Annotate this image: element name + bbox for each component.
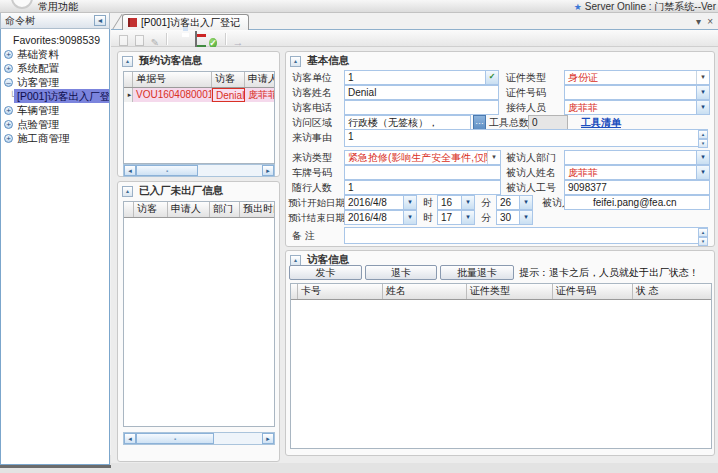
end-hour-combo[interactable]: 17▾ bbox=[437, 210, 475, 225]
scroll-right-icon[interactable]: ▸ bbox=[262, 165, 274, 176]
spinner[interactable]: ▴▾ bbox=[698, 130, 708, 146]
sidebar-item-basic-data[interactable]: + 基础资料 bbox=[1, 47, 109, 61]
remark-label: 备 注 bbox=[292, 228, 315, 243]
end-date-combo[interactable]: 2016/4/8▾ bbox=[344, 210, 417, 225]
quick-functions-label[interactable]: 常用功能 bbox=[38, 0, 78, 13]
tool-list-link[interactable]: 工具清单 bbox=[581, 115, 621, 130]
scroll-right-icon[interactable]: ▸ bbox=[262, 433, 274, 444]
visit-reason-input[interactable]: 1 bbox=[344, 129, 708, 147]
visitor-phone-input[interactable] bbox=[344, 100, 499, 115]
start-hour-combo[interactable]: 16▾ bbox=[437, 195, 475, 210]
sidebar-item-system-config[interactable]: + 系统配置 bbox=[1, 61, 109, 75]
dropdown-icon[interactable]: ▾ bbox=[403, 211, 416, 224]
spinner[interactable]: ▴▾ bbox=[698, 228, 708, 243]
sidebar-item-inspection-mgmt[interactable]: + 点验管理 bbox=[1, 117, 109, 131]
sidebar-item-visitor-mgmt[interactable]: – 访客管理 bbox=[1, 75, 109, 89]
visited-dept-combo[interactable]: ▾ bbox=[564, 150, 710, 165]
sidebar-item-contractor-mgmt[interactable]: + 施工商管理 bbox=[1, 131, 109, 145]
tab-bar: [P001]访客出入厂登记 ▾ × bbox=[111, 13, 718, 30]
visited-phone-input[interactable]: feifei.pang@fea.cn bbox=[564, 195, 710, 210]
dropdown-icon[interactable]: ▾ bbox=[696, 101, 709, 114]
dropdown-icon[interactable]: ▾ bbox=[696, 151, 709, 164]
sidebar-header: 命令树 ◄ bbox=[0, 13, 110, 29]
collapse-panel-icon[interactable]: ▴ bbox=[122, 186, 133, 197]
collapse-panel-icon[interactable]: ▴ bbox=[290, 255, 301, 266]
visit-area-input[interactable]: 行政楼（无签核）， bbox=[344, 115, 471, 130]
inplant-grid[interactable]: 访客 申请人 部门 预出时间 bbox=[123, 201, 275, 427]
scroll-left-icon[interactable]: ◂ bbox=[124, 433, 136, 444]
scrollbar-thumb[interactable]: ▪ bbox=[136, 433, 214, 444]
id-type-combo[interactable]: 身份证▾ bbox=[564, 70, 710, 85]
pin-icon[interactable]: ◄ bbox=[94, 15, 106, 26]
visited-id-input[interactable]: 9098377 bbox=[564, 180, 710, 195]
dropdown-icon[interactable]: ▾ bbox=[403, 196, 416, 209]
collapse-icon[interactable]: – bbox=[4, 78, 13, 87]
dropdown-icon[interactable]: ▾ bbox=[461, 196, 474, 209]
save-button[interactable] bbox=[172, 32, 186, 46]
dropdown-icon[interactable]: ▾ bbox=[461, 211, 474, 224]
spin-down-icon: ▾ bbox=[698, 139, 708, 148]
visited-name-combo[interactable]: 庞菲菲▾ bbox=[564, 165, 710, 180]
collapse-panel-icon[interactable]: ▴ bbox=[290, 56, 301, 67]
start-minute-combo[interactable]: 26▾ bbox=[496, 195, 533, 210]
id-number-combo[interactable]: ▾ bbox=[564, 85, 710, 100]
visitor-unit-combo[interactable]: 1✓ bbox=[344, 70, 499, 85]
sidebar-item-vehicle-mgmt[interactable]: + 车辆管理 bbox=[1, 103, 109, 117]
dropdown-icon[interactable]: ▾ bbox=[519, 211, 532, 224]
sidebar-item-p001-selected[interactable]: └ [P001]访客出入厂登记 bbox=[1, 89, 109, 103]
dropdown-icon[interactable]: ▾ bbox=[696, 166, 709, 179]
visitor-name-input[interactable]: Denial bbox=[344, 85, 499, 100]
end-minute-combo[interactable]: 30▾ bbox=[496, 210, 533, 225]
reserved-row-selected[interactable]: ▸ VOU1604080001 Denial 庞菲菲 bbox=[124, 88, 274, 102]
remark-input[interactable] bbox=[344, 227, 708, 244]
expand-icon[interactable]: + bbox=[4, 134, 13, 143]
batch-return-card-button[interactable]: 批量退卡 bbox=[440, 265, 514, 280]
card-device-button[interactable] bbox=[189, 32, 203, 46]
tab-list-dropdown-icon[interactable]: ▾ bbox=[696, 15, 701, 28]
visitor-name-label: 访客姓名 bbox=[292, 85, 332, 100]
horizontal-scrollbar[interactable]: ◂ ▪ ▸ bbox=[123, 164, 275, 177]
app-logo-icon[interactable] bbox=[11, 0, 33, 9]
start-date-combo[interactable]: 2016/4/8▾ bbox=[344, 195, 417, 210]
reserved-visitors-panel: ▴ 预约访客信息 单据号 访客 申请人 ▸ VOU1604080001 Deni… bbox=[117, 51, 280, 177]
applicant-cell[interactable]: 庞菲菲 bbox=[245, 88, 275, 102]
ellipsis-icon[interactable]: … bbox=[473, 115, 486, 130]
receptionist-combo[interactable]: 庞菲菲▾ bbox=[564, 100, 710, 115]
visitor-cards-grid[interactable]: 卡号 姓名 证件类型 证件号码 状 态 bbox=[290, 283, 712, 449]
spin-up-icon: ▴ bbox=[698, 228, 708, 237]
dropdown-icon[interactable]: ▾ bbox=[696, 71, 709, 84]
command-tree: Favorites:9098539 + 基础资料 + 系统配置 – 访客管理 └… bbox=[0, 29, 110, 465]
issue-card-button[interactable]: 发卡 bbox=[289, 265, 362, 280]
expand-icon[interactable]: + bbox=[4, 106, 13, 115]
collapse-panel-icon[interactable]: ▴ bbox=[122, 56, 133, 67]
sidebar-bottom-edge bbox=[0, 465, 111, 468]
expand-icon[interactable]: + bbox=[4, 64, 13, 73]
dropdown-icon[interactable]: ▾ bbox=[487, 151, 500, 164]
scrollbar-thumb[interactable]: ▪ bbox=[136, 165, 198, 176]
tab-close-icon[interactable]: × bbox=[707, 15, 713, 28]
reserved-visitors-grid[interactable]: 单据号 访客 申请人 ▸ VOU1604080001 Denial 庞菲菲 bbox=[123, 71, 275, 164]
plate-no-input[interactable] bbox=[344, 165, 501, 180]
visitor-cell[interactable]: Denial bbox=[212, 88, 245, 102]
sidebar-item-favorites[interactable]: Favorites:9098539 bbox=[1, 33, 109, 47]
doc-no-cell[interactable]: VOU1604080001 bbox=[133, 88, 212, 102]
horizontal-scrollbar[interactable]: ◂ ▪ ▸ bbox=[123, 432, 275, 445]
expand-icon[interactable]: + bbox=[4, 120, 13, 129]
panel-title: 基本信息 bbox=[307, 54, 349, 68]
confirm-button[interactable]: ✓ bbox=[206, 32, 220, 46]
check-dropdown-icon[interactable]: ✓ bbox=[485, 71, 498, 84]
panel-title: 已入厂未出厂信息 bbox=[139, 184, 223, 198]
visit-area-label: 访问区域 bbox=[292, 115, 332, 130]
visitor-cards-panel: ▴ 访客信息 发卡 退卡 批量退卡 提示：退卡之后，人员就处于出厂状态！ 卡号 … bbox=[285, 250, 715, 456]
dropdown-icon[interactable]: ▾ bbox=[696, 86, 709, 99]
dropdown-icon[interactable]: ▾ bbox=[519, 196, 532, 209]
visited-dept-label: 被访人部门 bbox=[506, 150, 556, 165]
companions-input[interactable]: 1 bbox=[344, 180, 501, 195]
new-doc-icon bbox=[135, 35, 144, 46]
visit-type-combo[interactable]: 紧急抢修(影响生产安全事件,仅限当▾ bbox=[344, 150, 501, 165]
return-card-button[interactable]: 退卡 bbox=[365, 265, 437, 280]
companions-label: 随行人数 bbox=[292, 180, 332, 195]
scroll-left-icon[interactable]: ◂ bbox=[124, 165, 136, 176]
inplant-panel: ▴ 已入厂未出厂信息 访客 申请人 部门 预出时间 ◂ ▪ ▸ bbox=[117, 181, 280, 462]
expand-icon[interactable]: + bbox=[4, 50, 13, 59]
